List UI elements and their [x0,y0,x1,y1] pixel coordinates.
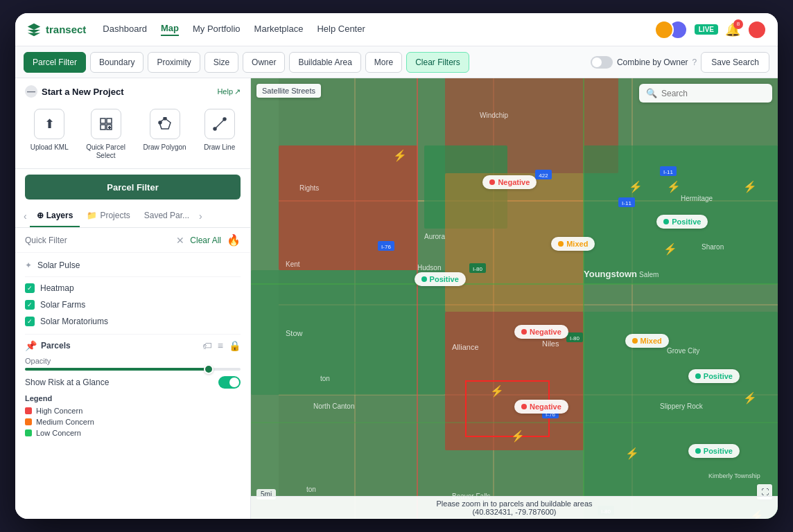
draw-polygon-label: Draw Polygon [143,143,186,152]
nav-map[interactable]: Map [161,23,179,36]
nav-portfolio[interactable]: My Portfolio [193,24,241,35]
svg-text:⚡: ⚡ [625,447,639,460]
nav-help[interactable]: Help Center [317,24,365,35]
nav-dashboard[interactable]: Dashboard [103,24,147,35]
combine-owner-help-icon[interactable]: ? [692,57,697,67]
svg-text:⚡: ⚡ [393,149,407,162]
notification-bell[interactable]: 🔔 8 [725,22,740,37]
svg-rect-2 [101,125,105,130]
map-search-input[interactable] [661,89,765,98]
help-label: Help [217,87,233,96]
solar-moratoriums-checkbox[interactable] [25,317,35,326]
svg-text:Salem: Salem [639,271,659,278]
clear-all-link[interactable]: Clear All [190,236,221,245]
svg-text:Hermitage: Hermitage [681,195,713,202]
svg-text:⚡: ⚡ [490,384,504,398]
lock-icon[interactable]: 🔒 [229,340,241,351]
svg-text:⚡: ⚡ [663,242,677,256]
map-search: 🔍 [639,84,772,103]
badge-positive-1: Positive [656,215,708,229]
size-btn[interactable]: Size [204,52,238,73]
badge-dot [632,338,638,344]
more-btn[interactable]: More [365,52,402,73]
badge-pos-3-label: Positive [704,372,733,380]
nav-marketplace[interactable]: Marketplace [254,24,304,35]
layer-solar-farms[interactable]: Solar Farms [25,296,241,313]
slider-thumb[interactable] [204,364,214,374]
tab-layers[interactable]: ⊕ Layers [30,205,80,227]
low-concern-dot [25,429,32,436]
help-link[interactable]: Help ↗ [217,87,241,96]
badge-negative-1: Negative [482,175,537,189]
heatmap-checkbox[interactable] [25,283,35,293]
user-avatar[interactable] [747,20,767,39]
parcel-filter-btn[interactable]: Parcel Filter [24,52,86,73]
map-area[interactable]: Youngstown Stow Kent Alliance North Cant… [251,78,778,519]
sidebar: — Start a New Project Help ↗ ⬆ Upload KM… [15,78,251,519]
tool-quick-parcel[interactable]: Quick ParcelSelect [86,109,125,160]
parcels-section: 📌 Parcels 🏷 ≡ 🔒 Opacity [15,335,250,444]
badge-positive-2: Positive [415,272,466,286]
layers-icon: ⊕ [37,211,44,220]
tool-draw-polygon[interactable]: Draw Polygon [143,109,186,160]
legend-title: Legend [25,394,241,402]
badge-mixed-1-label: Mixed [566,240,588,248]
live-badge: LIVE [695,24,718,35]
owner-btn[interactable]: Owner [243,52,285,73]
tool-draw-line[interactable]: Draw Line [204,109,235,160]
parcel-filter-sidebar-btn[interactable]: Parcel Filter [25,175,241,200]
layer-heatmap[interactable]: Heatmap [25,280,241,296]
svg-text:Windchip: Windchip [480,112,509,119]
svg-text:ton: ton [306,486,316,493]
low-concern-label: Low Concern [36,429,81,437]
sidebar-tabs: ‹ ⊕ Layers 📁 Projects Saved Par... › [15,205,250,228]
tool-upload-kml[interactable]: ⬆ Upload KML [31,109,69,160]
list-icon[interactable]: ≡ [218,340,223,351]
layer-solar-moratoriums[interactable]: Solar Moratoriums [25,313,241,330]
svg-text:I-80: I-80 [570,335,580,342]
collapse-project-btn[interactable]: — [25,85,37,98]
quick-filter-icon[interactable]: 🔥 [227,233,241,247]
map-search-icon: 🔍 [646,88,657,98]
buildable-area-btn[interactable]: Buildable Area [289,52,360,73]
combine-owner-label: Combine by Owner [617,57,688,67]
solar-pulse-label: Solar Pulse [37,260,80,270]
tab-saved-parcels[interactable]: Saved Par... [137,205,196,227]
tag-icon[interactable]: 🏷 [202,340,212,351]
layer-solar-pulse[interactable]: ✦ Solar Pulse [25,257,241,274]
quick-filter-close-icon[interactable]: ✕ [176,235,184,246]
badge-dot [663,219,669,224]
tab-projects[interactable]: 📁 Projects [80,205,137,227]
opacity-slider[interactable] [25,368,241,371]
map-toolbar[interactable]: Satellite Streets [256,84,321,98]
risk-toggle[interactable] [218,376,241,389]
draw-line-label: Draw Line [204,143,235,152]
clear-filters-btn[interactable]: Clear Filters [406,52,469,73]
parcels-header: 📌 Parcels 🏷 ≡ 🔒 [25,340,241,351]
svg-text:⚡: ⚡ [743,391,757,405]
solar-farms-checkbox[interactable] [25,300,35,310]
upload-kml-label: Upload KML [31,143,69,152]
badge-pos-2-label: Positive [430,275,459,283]
badge-dot [489,179,495,185]
help-external-icon: ↗ [234,87,241,96]
solar-pulse-sparkle-icon: ✦ [25,260,32,270]
boundary-btn[interactable]: Boundary [90,52,143,73]
proximity-btn[interactable]: Proximity [148,52,200,73]
svg-text:Youngstown: Youngstown [584,269,637,279]
slider-fill [25,368,208,371]
svg-text:I-80: I-80 [473,266,482,272]
parcels-label: Parcels [41,341,198,351]
save-search-btn[interactable]: Save Search [701,52,769,73]
svg-text:Grove City: Grove City [667,347,699,355]
tab-prev-arrow[interactable]: ‹ [21,205,30,227]
combine-owner-switch[interactable] [591,56,613,69]
badge-neg-3-label: Negative [530,402,561,411]
svg-text:Kimberly Township: Kimberly Township [708,472,760,479]
quick-parcel-icon [91,109,121,139]
layer-section: ✦ Solar Pulse Heatmap Solar Farms Solar … [15,253,250,334]
quick-parcel-label: Quick ParcelSelect [86,143,125,160]
tab-next-arrow[interactable]: › [196,205,205,227]
heatmap-label: Heatmap [40,283,74,293]
map-toolbar-label: Satellite Streets [262,87,315,95]
